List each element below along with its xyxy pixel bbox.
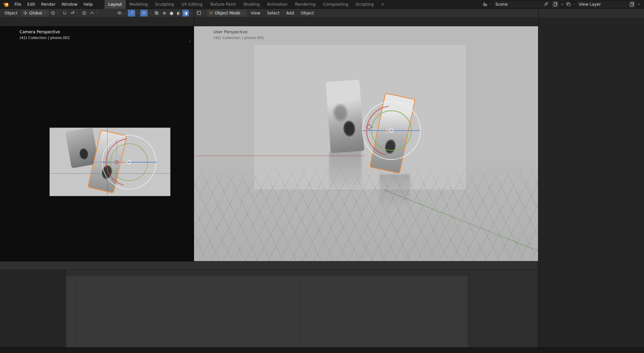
rotate-gizmo[interactable] — [50, 128, 171, 196]
workspace-tabs: LayoutModelingSculptingUV EditingTexture… — [105, 0, 388, 9]
right-panel — [538, 9, 644, 347]
graph-editor-header — [0, 261, 538, 270]
proportional-icon — [82, 10, 87, 15]
workspace-tab-scripting[interactable]: Scripting — [352, 0, 377, 9]
workspace-tab-animation[interactable]: Animation — [263, 0, 291, 9]
object-visibility-icon — [117, 10, 122, 15]
chevron-down-icon — [242, 11, 245, 14]
magnet-icon — [62, 10, 67, 15]
scene-name: Scene — [495, 2, 508, 7]
menu-file[interactable]: File — [11, 0, 24, 9]
snap-widget — [61, 10, 80, 16]
orientation-value: Global — [29, 11, 42, 15]
viewport-user-tool-settings — [194, 17, 538, 26]
chevron-down-icon — [76, 11, 79, 14]
viewport-context-label: (42) Collection | phone.001 — [214, 36, 264, 40]
viewport-camera: ObjectGlobal⊕●◐◑ Cam — [0, 9, 194, 261]
fcurve-sidebar — [468, 270, 538, 347]
channel-list — [0, 270, 66, 347]
chevron-down-icon[interactable] — [489, 3, 492, 6]
menu-window[interactable]: Window — [59, 0, 80, 9]
status-bar — [0, 347, 644, 353]
viewport-toggles: ⊕●◐◑ — [116, 10, 192, 16]
topbar: FileEditRenderWindowHelp LayoutModelingS… — [0, 0, 644, 9]
close-icon[interactable]: × — [560, 2, 565, 7]
timeline-ruler[interactable] — [66, 270, 468, 276]
viewport-camera-header: ObjectGlobal⊕●◐◑ — [0, 9, 194, 17]
view-layer-icon[interactable] — [566, 2, 571, 7]
chevron-down-icon — [44, 11, 47, 14]
show-overlays-toggle[interactable] — [140, 10, 148, 16]
falloff-icon — [89, 10, 94, 15]
show-gizmo-toggle[interactable] — [128, 10, 135, 16]
chevron-down-icon — [56, 11, 59, 14]
chevron-down-icon — [202, 11, 205, 14]
viewport-camera-tool-settings — [0, 17, 194, 26]
chevron-down-icon[interactable] — [149, 11, 152, 14]
viewport-user: Object ModeViewSelectAddObject — [194, 9, 538, 261]
shading-solid-button[interactable]: ● — [168, 10, 175, 16]
viewport-context-label: (42) Collection | phone.001 — [20, 36, 70, 40]
menu-object[interactable]: Object — [298, 9, 317, 17]
chevron-down-icon[interactable] — [123, 11, 126, 14]
menu-view[interactable]: View — [248, 9, 263, 17]
pivot-point-icon — [50, 10, 55, 15]
editor-type-button[interactable] — [195, 10, 206, 16]
scene-selector[interactable]: Scene — [493, 1, 551, 8]
shading-wireframe-button[interactable]: ⊕ — [161, 10, 168, 16]
menu-render[interactable]: Render — [38, 0, 59, 9]
workspace-tab-shading[interactable]: Shading — [239, 0, 263, 9]
snap-settings[interactable] — [69, 10, 80, 16]
workspace-tab-modeling[interactable]: Modeling — [126, 0, 152, 9]
object-mode-icon — [209, 11, 213, 15]
chevron-down-icon[interactable] — [189, 11, 192, 14]
chevron-down-icon — [95, 11, 98, 14]
viewport-camera-canvas[interactable]: Camera Perspective (42) Collection | pho… — [0, 26, 194, 261]
menu-object[interactable]: Object — [1, 9, 21, 17]
workspace-tab-uv-editing[interactable]: UV Editing — [178, 0, 206, 9]
shading-material-preview-button[interactable]: ◐ — [175, 10, 182, 16]
add-workspace-button[interactable]: + — [377, 0, 388, 9]
pin-icon[interactable] — [543, 2, 548, 7]
xray-toggle[interactable] — [153, 10, 160, 16]
viewport-mode-label: User Perspective — [214, 30, 248, 34]
menu-help[interactable]: Help — [80, 0, 96, 9]
curve-area[interactable] — [66, 270, 468, 347]
orientation-icon — [23, 11, 28, 15]
editor-type-icon — [196, 10, 201, 15]
workspace-tab-rendering[interactable]: Rendering — [291, 0, 319, 9]
snap-toggle[interactable] — [61, 10, 68, 16]
camera-frame — [49, 128, 171, 196]
scene-icon[interactable] — [483, 2, 488, 7]
topbar-menus: FileEditRenderWindowHelp — [11, 0, 96, 9]
chevron-down-icon[interactable] — [572, 3, 575, 6]
shading-rendered-button[interactable]: ◑ — [182, 10, 189, 16]
xray-icon — [154, 10, 159, 15]
close-icon[interactable]: × — [637, 2, 641, 7]
navigation-gizmo[interactable] — [167, 32, 185, 51]
proportional-toggle[interactable] — [80, 10, 88, 16]
visibility-dropdown[interactable] — [116, 10, 127, 16]
mode-dropdown[interactable]: Object Mode — [207, 10, 247, 16]
menu-select[interactable]: Select — [264, 9, 282, 17]
proportional-falloff[interactable] — [88, 10, 99, 16]
transform-orientation-dropdown[interactable]: Global — [21, 10, 49, 16]
workspace-tab-texture-paint[interactable]: Texture Paint — [206, 0, 239, 9]
navigation-gizmo[interactable] — [518, 32, 536, 51]
chevron-down-icon[interactable] — [136, 11, 139, 14]
new-view-layer-button[interactable] — [629, 1, 635, 8]
workspace-tab-sculpting[interactable]: Sculpting — [151, 0, 178, 9]
viewport-mode-label: Camera Perspective — [20, 30, 60, 34]
view-layer-selector[interactable]: View Layer — [577, 1, 627, 8]
menu-add[interactable]: Add — [283, 9, 297, 17]
workspace-tab-layout[interactable]: Layout — [105, 0, 126, 9]
menu-edit[interactable]: Edit — [24, 0, 38, 9]
collapse-arrow-icon[interactable]: ‹ — [189, 39, 191, 44]
overlays-icon — [142, 10, 147, 15]
workspace-tab-compositing[interactable]: Compositing — [319, 0, 352, 9]
new-scene-button[interactable] — [552, 1, 559, 8]
pivot-point-drop[interactable] — [49, 10, 60, 16]
blender-logo-icon[interactable] — [3, 1, 9, 8]
proportional-editing — [80, 10, 99, 16]
viewport-user-canvas[interactable]: User Perspective (42) Collection | phone… — [194, 26, 538, 261]
